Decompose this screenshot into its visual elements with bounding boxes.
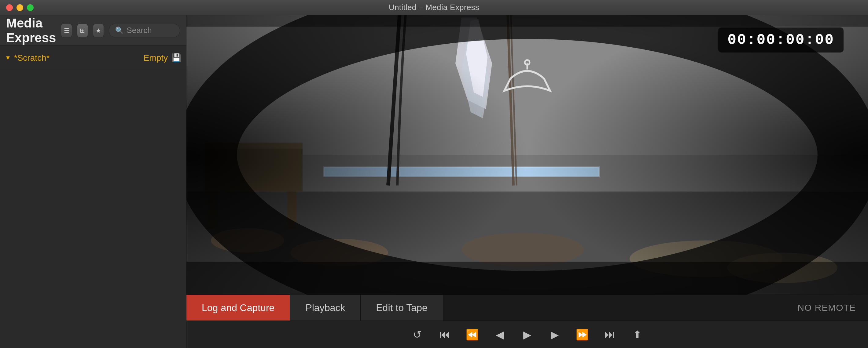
tab-playback-label: Playback: [305, 302, 345, 314]
grid-view-icon: ⊞: [80, 27, 85, 34]
play-icon: ▶: [551, 328, 559, 341]
save-icon: 💾: [172, 53, 181, 63]
no-remote-status: NO REMOTE: [785, 303, 868, 313]
forward-to-end-button[interactable]: ⏭: [600, 325, 619, 344]
rewind-button[interactable]: ⏪: [463, 325, 482, 344]
forward-end-icon: ⏭: [604, 328, 615, 340]
grid-view-button[interactable]: ⊞: [77, 24, 88, 37]
tab-log-capture[interactable]: Log and Capture: [186, 295, 290, 320]
step-back-icon: ◀: [496, 328, 504, 341]
timecode-display: 00:00:00:00: [718, 28, 843, 53]
rewind-icon: ⏪: [466, 328, 478, 341]
expand-triangle-icon: ▼: [5, 54, 11, 61]
step-back-button[interactable]: ◀: [491, 325, 509, 344]
scratch-bin-header: ▼ *Scratch* Empty 💾: [0, 46, 186, 70]
minimize-button[interactable]: [17, 4, 23, 11]
play-forward-icon: ▶: [523, 328, 531, 341]
search-placeholder: Search: [127, 26, 152, 35]
star-icon: ★: [96, 27, 101, 34]
app-title: Media Express: [6, 16, 56, 45]
search-icon: 🔍: [115, 27, 123, 34]
favorites-button[interactable]: ★: [93, 24, 104, 37]
tab-log-capture-label: Log and Capture: [202, 302, 275, 314]
tab-bar: Log and Capture Playback Edit to Tape NO…: [186, 294, 868, 320]
play-button[interactable]: ▶: [546, 325, 564, 344]
scratch-label: *Scratch*: [14, 53, 144, 63]
window-title: Untitled – Media Express: [389, 3, 479, 12]
tab-edit-to-tape[interactable]: Edit to Tape: [361, 295, 443, 320]
rewind-to-start-button[interactable]: ⏮: [436, 325, 454, 344]
rewind-start-icon: ⏮: [439, 328, 450, 340]
scratch-status: Empty: [144, 53, 168, 63]
record-icon: ⬆: [633, 328, 642, 341]
video-area: 00:00:00:00: [186, 15, 868, 294]
left-panel: Media Express ☰ ⊞ ★ 🔍 Search ▼ *Scratch*…: [0, 15, 186, 348]
tab-edit-to-tape-label: Edit to Tape: [376, 302, 427, 314]
transport-bar: ↺ ⏮ ⏪ ◀ ▶ ▶ ⏩ ⏭ ⬆: [186, 320, 868, 348]
right-panel: 00:00:00:00 Log and Capture Playback Edi…: [186, 15, 868, 348]
fast-forward-button[interactable]: ⏩: [573, 325, 591, 344]
search-box[interactable]: 🔍 Search: [109, 24, 180, 37]
window-controls: [6, 4, 34, 11]
library-content: [0, 70, 186, 348]
list-view-button[interactable]: ☰: [61, 24, 72, 37]
record-button[interactable]: ⬆: [628, 325, 646, 344]
fast-forward-icon: ⏩: [576, 328, 589, 341]
maximize-button[interactable]: [27, 4, 34, 11]
tab-playback[interactable]: Playback: [290, 295, 361, 320]
scene-overlay: [186, 15, 868, 294]
list-view-icon: ☰: [64, 27, 69, 34]
main-area: Media Express ☰ ⊞ ★ 🔍 Search ▼ *Scratch*…: [0, 15, 868, 348]
titlebar: Untitled – Media Express: [0, 0, 868, 15]
left-header: Media Express ☰ ⊞ ★ 🔍 Search: [0, 15, 186, 46]
loop-button[interactable]: ↺: [408, 325, 426, 344]
video-preview: 00:00:00:00: [186, 15, 868, 294]
loop-icon: ↺: [413, 328, 422, 341]
close-button[interactable]: [6, 4, 13, 11]
play-forward-button[interactable]: ▶: [518, 325, 536, 344]
